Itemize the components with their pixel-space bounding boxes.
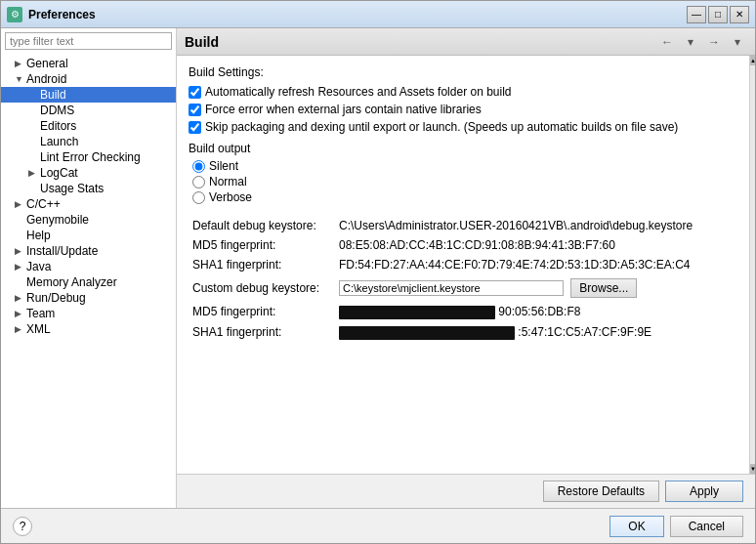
md5-2-label: MD5 fingerprint:	[189, 302, 335, 322]
tree-label-java: Java	[26, 260, 51, 273]
main-body: ▶General▼AndroidBuildDDMSEditorsLaunchLi…	[1, 28, 755, 508]
sidebar-item-help[interactable]: Help	[1, 228, 176, 243]
force-error-label: Force error when external jars contain n…	[205, 103, 482, 116]
custom-keystore-value: Browse...	[335, 274, 737, 302]
tree-arrow-run-debug: ▶	[15, 293, 26, 303]
browse-button[interactable]: Browse...	[570, 278, 637, 298]
custom-keystore-input[interactable]	[339, 280, 564, 296]
sidebar-item-cpp[interactable]: ▶C/C++	[1, 196, 176, 212]
sidebar-item-install-update[interactable]: ▶Install/Update	[1, 243, 176, 259]
footer: ? OK Cancel	[1, 508, 755, 543]
tree-label-logcat: LogCat	[40, 166, 78, 180]
sha1-1-label: SHA1 fingerprint:	[189, 255, 335, 274]
forward-dropdown-button[interactable]: ▾	[728, 32, 747, 52]
close-button[interactable]: ✕	[730, 6, 749, 23]
sidebar-item-genymobile[interactable]: Genymobile	[1, 212, 176, 228]
md5-1-value: 08:E5:08:AD:CC:4B:1C:CD:91:08:8B:94:41:3…	[335, 235, 737, 255]
sha1-1-value: FD:54:FD:27:AA:44:CE:F0:7D:79:4E:74:2D:5…	[335, 255, 737, 274]
sidebar-item-team[interactable]: ▶Team	[1, 306, 176, 321]
help-button[interactable]: ?	[13, 517, 32, 536]
sidebar-item-run-debug[interactable]: ▶Run/Debug	[1, 290, 176, 306]
radio-normal: Normal	[189, 175, 737, 188]
preferences-window: ⚙ Preferences — □ ✕ ▶General▼AndroidBuil…	[0, 0, 756, 544]
tree-label-help: Help	[26, 229, 51, 242]
tree: ▶General▼AndroidBuildDDMSEditorsLaunchLi…	[1, 54, 176, 508]
radio-silent-input[interactable]	[192, 160, 205, 173]
radio-verbose-label: Verbose	[209, 190, 252, 204]
redacted-bar	[339, 326, 515, 340]
sidebar-item-java[interactable]: ▶Java	[1, 259, 176, 274]
footer-right: OK Cancel	[609, 516, 743, 537]
checkbox-row-auto-refresh: Automatically refresh Resources and Asse…	[189, 85, 737, 99]
tree-label-android: Android	[26, 72, 66, 86]
radio-silent-label: Silent	[209, 159, 238, 173]
filter-input[interactable]	[5, 32, 172, 50]
sidebar-item-memory-analyzer[interactable]: Memory Analyzer	[1, 274, 176, 290]
tree-label-genymobile: Genymobile	[26, 213, 89, 227]
sidebar-item-logcat[interactable]: ▶LogCat	[1, 165, 176, 181]
default-keystore-value: C:\Users\Administrator.USER-20160421VB\.…	[335, 216, 737, 235]
forward-button[interactable]: →	[704, 32, 724, 52]
sidebar-item-editors[interactable]: Editors	[1, 118, 176, 134]
tree-label-general: General	[26, 57, 68, 70]
scroll-up-indicator: ▲	[750, 56, 755, 65]
tree-label-editors: Editors	[40, 119, 76, 133]
radio-verbose: Verbose	[189, 190, 737, 204]
window-title: Preferences	[28, 8, 687, 21]
md5-2-value: 90:05:56:DB:F8	[335, 302, 737, 322]
build-settings-label: Build Settings:	[189, 65, 737, 79]
footer-left: ?	[13, 517, 609, 536]
skip-packaging-checkbox[interactable]	[189, 121, 201, 134]
tree-label-build: Build	[40, 88, 66, 102]
restore-defaults-button[interactable]: Restore Defaults	[543, 481, 659, 502]
default-keystore-label: Default debug keystore:	[189, 216, 335, 235]
sidebar-item-lint-error-checking[interactable]: Lint Error Checking	[1, 149, 176, 165]
build-output-label: Build output	[189, 142, 737, 155]
back-dropdown-button[interactable]: ▾	[681, 32, 700, 52]
tree-label-usage-stats: Usage Stats	[40, 182, 104, 195]
sidebar-item-xml[interactable]: ▶XML	[1, 321, 176, 337]
sidebar-item-general[interactable]: ▶General	[1, 56, 176, 71]
back-button[interactable]: ←	[657, 32, 677, 52]
tree-arrow-general: ▶	[15, 59, 26, 68]
table-row: MD5 fingerprint: 08:E5:08:AD:CC:4B:1C:CD…	[189, 235, 737, 255]
content-toolbar: Build ← ▾ → ▾	[177, 28, 755, 56]
tree-arrow-install-update: ▶	[15, 246, 26, 256]
tree-label-lint-error-checking: Lint Error Checking	[40, 150, 141, 164]
force-error-checkbox[interactable]	[189, 104, 201, 116]
radio-normal-input[interactable]	[192, 176, 205, 188]
title-bar-buttons: — □ ✕	[687, 6, 749, 23]
custom-keystore-label: Custom debug keystore:	[189, 274, 335, 302]
tree-label-xml: XML	[26, 322, 51, 336]
content-with-scroll: Build Settings: Automatically refresh Re…	[177, 56, 755, 474]
redacted-bar	[339, 306, 495, 319]
content-title: Build	[185, 34, 653, 50]
minimize-button[interactable]: —	[687, 6, 706, 23]
checkbox-row-force-error: Force error when external jars contain n…	[189, 103, 737, 116]
skip-packaging-label: Skip packaging and dexing until export o…	[205, 120, 678, 134]
sidebar-item-launch[interactable]: Launch	[1, 134, 176, 149]
sha1-2-suffix: :5:47:1C:C5:A7:CF:9F:9E	[518, 325, 651, 339]
cancel-button[interactable]: Cancel	[670, 516, 743, 537]
apply-button[interactable]: Apply	[665, 481, 743, 502]
tree-label-cpp: C/C++	[26, 197, 61, 211]
tree-label-ddms: DDMS	[40, 104, 74, 117]
table-row: SHA1 fingerprint: FD:54:FD:27:AA:44:CE:F…	[189, 255, 737, 274]
sidebar-item-ddms[interactable]: DDMS	[1, 103, 176, 118]
sidebar-item-usage-stats[interactable]: Usage Stats	[1, 181, 176, 196]
scroll-indicator: ▲ ▼	[749, 56, 755, 474]
tree-arrow-logcat: ▶	[28, 168, 40, 178]
maximize-button[interactable]: □	[708, 6, 728, 23]
radio-verbose-input[interactable]	[192, 191, 205, 204]
sidebar-item-android[interactable]: ▼Android	[1, 71, 176, 87]
radio-normal-label: Normal	[209, 175, 247, 188]
auto-refresh-checkbox[interactable]	[189, 86, 201, 99]
ok-button[interactable]: OK	[609, 516, 663, 537]
scroll-down-indicator: ▼	[750, 464, 755, 474]
auto-refresh-label: Automatically refresh Resources and Asse…	[205, 85, 512, 99]
tree-arrow-team: ▶	[15, 309, 26, 318]
sidebar-item-build[interactable]: Build	[1, 87, 176, 103]
tree-label-run-debug: Run/Debug	[26, 291, 86, 305]
radio-section: Build output Silent Normal Verbose	[189, 142, 737, 204]
tree-arrow-android: ▼	[15, 74, 26, 84]
